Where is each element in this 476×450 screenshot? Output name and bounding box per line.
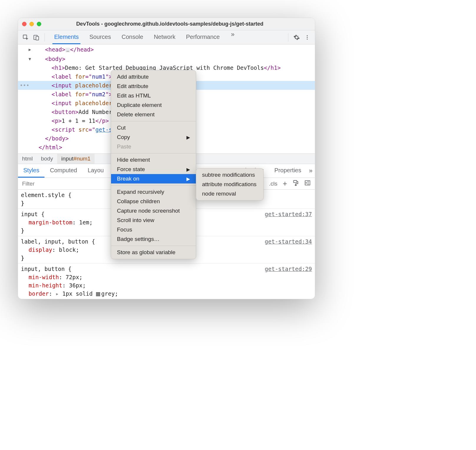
- minimize-window-button[interactable]: [29, 22, 34, 26]
- menu-separator: [111, 153, 196, 153]
- expand-toggle-icon[interactable]: ▶: [29, 45, 31, 54]
- crumb-body[interactable]: body: [37, 154, 57, 164]
- expand-toggle-icon[interactable]: ▼: [29, 54, 31, 63]
- dom-line[interactable]: ▶<head>…</head>: [18, 45, 315, 54]
- tab-sources[interactable]: Sources: [87, 31, 113, 44]
- context-menu-item[interactable]: Cut: [111, 123, 196, 133]
- window-title: DevTools - googlechrome.github.io/devtoo…: [47, 21, 293, 27]
- context-menu-item[interactable]: Focus: [111, 225, 196, 234]
- context-menu-item[interactable]: Expand recursively: [111, 187, 196, 197]
- context-submenu: subtree modificationsattribute modificat…: [196, 168, 264, 201]
- maximize-window-button[interactable]: [37, 22, 41, 26]
- device-toggle-icon[interactable]: [32, 33, 41, 42]
- context-submenu-item[interactable]: node removal: [196, 189, 263, 198]
- inspect-element-icon[interactable]: [21, 33, 30, 42]
- sidebar-toggle-icon[interactable]: [304, 180, 311, 188]
- gear-icon[interactable]: [292, 33, 301, 42]
- menu-separator: [111, 246, 196, 246]
- context-menu-item[interactable]: Delete element: [111, 110, 196, 119]
- context-menu-item[interactable]: Collapse children: [111, 197, 196, 206]
- css-property[interactable]: min-height: 36px;: [21, 281, 312, 289]
- line-actions-icon[interactable]: •••: [20, 81, 29, 90]
- submenu-arrow-icon: ▶: [186, 135, 190, 140]
- context-submenu-item[interactable]: subtree modifications: [196, 170, 263, 180]
- context-menu-item[interactable]: Force state▶: [111, 165, 196, 174]
- stab-computed[interactable]: Computed: [44, 164, 82, 178]
- paint-icon[interactable]: [292, 180, 299, 188]
- rule-source-link[interactable]: get-started:29: [265, 265, 312, 273]
- svg-point-3: [307, 35, 308, 36]
- color-swatch-icon[interactable]: [96, 292, 100, 296]
- main-toolbar: Elements Sources Console Network Perform…: [18, 30, 315, 44]
- tab-console[interactable]: Console: [120, 31, 145, 44]
- more-stabs-icon[interactable]: »: [307, 167, 315, 175]
- kebab-menu-icon[interactable]: [303, 33, 312, 42]
- close-window-button[interactable]: [22, 22, 27, 26]
- titlebar: DevTools - googlechrome.github.io/devtoo…: [18, 18, 315, 30]
- separator: [44, 33, 45, 42]
- context-menu-item[interactable]: Badge settings…: [111, 234, 196, 244]
- tab-elements[interactable]: Elements: [52, 31, 80, 44]
- crumb-html[interactable]: html: [18, 154, 37, 164]
- menu-separator: [111, 121, 196, 121]
- context-menu-item[interactable]: Scroll into view: [111, 216, 196, 225]
- context-menu-item: Paste: [111, 142, 196, 151]
- crumb-input[interactable]: input#num1: [57, 154, 95, 164]
- new-rule-icon[interactable]: +: [283, 179, 287, 188]
- css-property[interactable]: border: ▸ 1px solid grey;: [21, 289, 312, 298]
- rule-source-link[interactable]: get-started:34: [265, 237, 312, 246]
- svg-rect-2: [36, 36, 39, 40]
- css-rule[interactable]: get-started:29input, button {min-width: …: [18, 263, 315, 299]
- context-menu-item[interactable]: Store as global variable: [111, 248, 196, 257]
- context-menu-item[interactable]: Add attribute: [111, 72, 196, 82]
- tab-performance[interactable]: Performance: [184, 31, 222, 44]
- devtools-window: DevTools - googlechrome.github.io/devtoo…: [18, 18, 315, 299]
- tab-network[interactable]: Network: [152, 31, 177, 44]
- menu-separator: [111, 185, 196, 186]
- svg-rect-7: [295, 185, 296, 186]
- submenu-arrow-icon: ▶: [186, 176, 190, 182]
- context-menu-item[interactable]: Break on▶: [111, 174, 196, 183]
- context-menu-item[interactable]: Edit attribute: [111, 82, 196, 91]
- window-traffic-lights: [22, 22, 41, 26]
- context-menu-item[interactable]: Duplicate element: [111, 100, 196, 110]
- submenu-arrow-icon: ▶: [186, 167, 190, 172]
- css-property[interactable]: min-width: 72px;: [21, 273, 312, 281]
- stab-properties[interactable]: Properties: [269, 164, 307, 178]
- stab-layout[interactable]: Layou: [82, 164, 109, 178]
- context-menu-item[interactable]: Hide element: [111, 155, 196, 165]
- separator: [288, 33, 288, 42]
- context-menu-item[interactable]: Capture node screenshot: [111, 206, 196, 216]
- svg-point-4: [307, 37, 308, 38]
- main-tabs: Elements Sources Console Network Perform…: [48, 31, 285, 44]
- context-menu-item[interactable]: Edit as HTML: [111, 91, 196, 100]
- more-tabs-icon[interactable]: »: [229, 31, 237, 44]
- context-submenu-item[interactable]: attribute modifications: [196, 180, 263, 189]
- dom-line[interactable]: ▼<body>: [18, 54, 315, 63]
- svg-rect-6: [294, 181, 297, 183]
- svg-point-5: [307, 39, 308, 39]
- context-menu: Add attributeEdit attributeEdit as HTMLD…: [111, 70, 196, 259]
- ellipsis-icon[interactable]: …: [65, 48, 70, 52]
- context-menu-item[interactable]: Copy▶: [111, 133, 196, 142]
- cls-toggle[interactable]: .cls: [269, 181, 277, 187]
- stab-styles[interactable]: Styles: [18, 164, 44, 178]
- rule-source-link[interactable]: get-started:37: [265, 210, 312, 218]
